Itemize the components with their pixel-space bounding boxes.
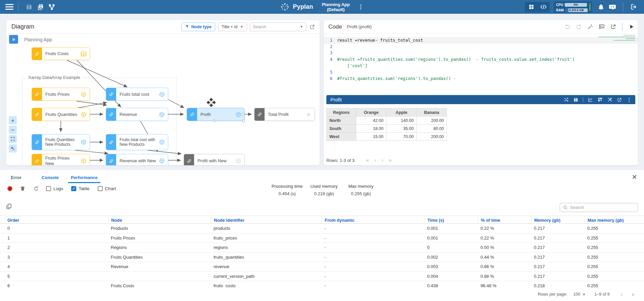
code-line[interactable]: 3 — [324, 50, 638, 56]
profit-row-label[interactable]: South — [327, 125, 356, 133]
diagram-node-fruits_total_cost_with_new_products[interactable]: Fruits total cost with New Products — [106, 134, 168, 150]
code-line[interactable]: 6#fruits_quantities.sum('regions').to_pa… — [324, 75, 638, 82]
expand-breadcrumb-button[interactable]: » — [9, 35, 18, 44]
profit-cell[interactable]: 15.00 — [356, 133, 386, 141]
diagram-node-revenue[interactable]: Revenue — [106, 108, 168, 121]
redo-icon[interactable] — [576, 24, 582, 30]
diagram-node-profit_with_new[interactable]: Profit with New — [184, 154, 245, 165]
first-page-icon[interactable]: « — [366, 157, 369, 163]
perf-column-header[interactable]: Time (s) — [424, 216, 478, 224]
profit-column-header[interactable]: Regions — [327, 109, 356, 117]
refresh-icon[interactable] — [33, 185, 39, 192]
diagram-node-revenue_with_new[interactable]: Revenue with New — [106, 154, 168, 165]
run-node-button[interactable] — [628, 24, 635, 30]
last-page-icon[interactable]: » — [388, 157, 392, 163]
code-line[interactable]: 1result =revenue- fruits_total_cost — [324, 37, 638, 43]
perf-column-header[interactable]: Order — [0, 216, 108, 224]
diagram-node-fruits_quantities_new_products[interactable]: Fruits Quantities New Products — [32, 134, 90, 150]
code-line[interactable]: 4#result =fruits_quantities.sum('regions… — [324, 56, 638, 62]
profit-column-header[interactable]: Banana — [417, 109, 447, 117]
profit-cell[interactable]: 18.00 — [356, 125, 386, 133]
logout-icon[interactable] — [628, 2, 639, 12]
zoom-in-button[interactable]: + — [9, 116, 17, 124]
profit-cell[interactable]: 70.00 — [386, 133, 417, 141]
model-menu-icon[interactable]: ⋮ — [358, 3, 364, 10]
open-diagram-external-icon[interactable] — [309, 24, 316, 30]
rows-per-page[interactable]: Rows per page: 100 ▼ — [538, 292, 586, 297]
zoom-out-button[interactable]: − — [9, 126, 17, 134]
tab-console[interactable]: Console — [41, 172, 59, 183]
diagram-node-fruits_prices[interactable]: Fruits Prices — [32, 88, 90, 101]
tab-error[interactable]: Error — [10, 172, 22, 183]
perf-column-header[interactable]: From dynamic — [322, 216, 424, 224]
chart-view-icon[interactable] — [588, 97, 593, 102]
comment-icon[interactable] — [598, 24, 605, 30]
perf-table-row[interactable]: 3Fruits Quantitiesfruits_quantities-0.00… — [0, 253, 644, 262]
perf-table-row[interactable]: 4Revenuerevenue-0.0030.66 %0.2170.255 — [0, 262, 644, 272]
copy-table-icon[interactable] — [6, 203, 12, 210]
profit-row-label[interactable]: West — [327, 133, 356, 141]
diagram-node-profit[interactable]: Profit — [187, 108, 245, 121]
profit-cell[interactable]: 80.00 — [417, 125, 447, 133]
prev-page-chevron[interactable]: ‹ — [618, 291, 626, 298]
node-type-filter-button[interactable]: Node type — [181, 23, 215, 31]
grid-view-icon[interactable] — [527, 2, 536, 12]
perf-column-header[interactable]: Node — [108, 216, 211, 224]
zoom-fit-button[interactable]: ⛶ — [9, 135, 17, 143]
diagram-node-fruits_total_cost[interactable]: Fruits total cost — [106, 88, 168, 101]
code-line[interactable]: ['cost'] — [324, 62, 638, 69]
diagram-node-fruits_quantities[interactable]: Fruits Quantities — [32, 108, 90, 121]
model-title[interactable]: Planning App (Default) — [322, 2, 350, 12]
perf-table-row[interactable]: 0Productsproducts-0.0010.22 %0.2170.255 — [0, 224, 644, 233]
perf-column-header[interactable]: Max memory (gb) — [585, 216, 644, 224]
performance-search-input[interactable]: Search — [560, 203, 638, 212]
open-code-external-icon[interactable] — [610, 24, 616, 30]
save-all-icon[interactable] — [35, 2, 46, 12]
diagram-node-total_profit[interactable]: Total Profit# — [254, 108, 315, 121]
prev-page-icon[interactable]: ‹ — [374, 157, 376, 163]
perf-column-header[interactable]: % of time — [478, 216, 531, 224]
pan-mode-button[interactable]: ↖ — [9, 144, 17, 153]
diagram-node-fruits_costs[interactable]: Fruits Costs — [32, 47, 90, 60]
perf-column-header[interactable]: Memory (gb) — [531, 216, 585, 224]
code-line[interactable]: 2 — [324, 43, 638, 50]
checkbox-table[interactable]: ✓Table — [71, 186, 89, 191]
save-result-icon[interactable] — [573, 97, 579, 102]
perf-table-row[interactable]: 5current_version_path-0.0040.88 %0.2170.… — [0, 272, 644, 282]
clear-trash-icon[interactable] — [19, 185, 26, 192]
record-icon[interactable] — [7, 186, 12, 191]
title-id-dropdown[interactable]: Title + id▼ — [218, 23, 247, 31]
selection-handle-right[interactable] — [242, 113, 245, 116]
assistant-chat-icon[interactable] — [607, 2, 618, 12]
next-page-chevron[interactable]: › — [629, 291, 637, 298]
result-menu-icon[interactable]: ⋮ — [627, 97, 632, 102]
menu-icon[interactable] — [5, 4, 13, 10]
swap-axes-icon[interactable] — [563, 97, 569, 102]
selection-handle-corner[interactable] — [242, 120, 245, 122]
profit-row-label[interactable]: North — [327, 117, 356, 125]
diagram-canvas[interactable]: Xarray DataArray Example » Planning App … — [6, 20, 320, 165]
checkbox-chart[interactable]: Chart — [98, 186, 116, 191]
profit-cell[interactable]: 140.00 — [386, 117, 417, 125]
profit-cell[interactable]: 200.00 — [417, 133, 447, 141]
perf-table-row[interactable]: 2Regionsregions-00.00 %0.2170.255 — [0, 243, 644, 253]
tools-icon[interactable] — [607, 97, 612, 102]
auto-format-wand-icon[interactable] — [587, 24, 594, 30]
undo-icon[interactable] — [564, 24, 571, 30]
diagram-node-fruits_prices_new[interactable]: Fruits Prices New — [32, 154, 90, 165]
diagram-search-input[interactable]: Search▼ — [250, 23, 306, 31]
code-view-icon[interactable] — [539, 2, 548, 12]
perf-table-row[interactable]: 1Fruits Pricesfruits_prices-0.0010.22 %0… — [0, 233, 644, 243]
profit-column-header[interactable]: Apple — [386, 109, 417, 117]
open-result-external-icon[interactable] — [617, 97, 622, 102]
profit-cell[interactable]: 35.00 — [386, 125, 417, 133]
pivot-table-icon[interactable] — [597, 97, 603, 102]
next-page-icon[interactable]: › — [381, 157, 383, 163]
profit-cell[interactable]: 200.00 — [417, 117, 447, 125]
code-editor[interactable]: 1result =revenue- fruits_total_cost234#r… — [324, 34, 638, 95]
profit-column-header[interactable]: Orange — [356, 109, 386, 117]
model-hierarchy-icon[interactable] — [46, 2, 57, 12]
perf-column-header[interactable]: Node identifier — [211, 216, 322, 224]
code-line[interactable]: 5 — [324, 69, 638, 75]
notifications-bell-icon[interactable] — [595, 2, 607, 12]
